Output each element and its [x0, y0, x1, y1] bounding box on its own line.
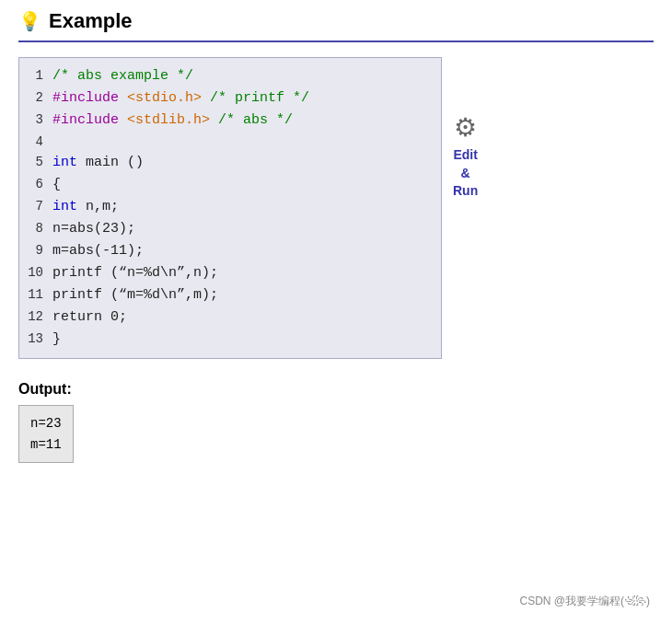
code-line: 6{	[19, 174, 441, 196]
code-editor: 1/* abs example */2#include <stdio.h> /*…	[18, 57, 442, 359]
line-content: /* abs example */	[52, 65, 434, 87]
line-number: 11	[27, 284, 52, 305]
line-content: printf (“m=%d\n”,m);	[52, 284, 434, 306]
code-line: 12 return 0;	[19, 306, 441, 329]
edit-run-label: Edit&Run	[453, 146, 478, 201]
code-token: #include	[52, 112, 127, 128]
line-content: n=abs(23);	[52, 218, 434, 240]
code-line: 7 int n,m;	[19, 196, 441, 218]
code-token: /* printf */	[202, 90, 309, 106]
code-token: int	[52, 199, 77, 214]
code-token: return 0;	[52, 309, 127, 325]
line-number: 4	[27, 132, 52, 152]
code-token: main ()	[77, 155, 144, 170]
code-token: /* abs example */	[52, 68, 193, 84]
code-token: <stdlib.h>	[127, 112, 210, 128]
code-line: 8 n=abs(23);	[19, 218, 441, 240]
line-content: #include <stdlib.h> /* abs */	[52, 110, 434, 132]
line-content: }	[52, 329, 434, 351]
example-section: 1/* abs example */2#include <stdio.h> /*…	[18, 57, 654, 359]
output-line: n=23	[30, 413, 62, 433]
page-title: Example	[49, 9, 133, 33]
code-line: 11 printf (“m=%d\n”,m);	[19, 284, 441, 306]
line-number: 3	[27, 110, 52, 130]
code-token: <stdio.h>	[127, 90, 202, 106]
footer-text: CSDN @我要学编程(꧁꧂)	[519, 594, 650, 609]
code-line: 1/* abs example */	[19, 65, 441, 87]
line-number: 8	[27, 218, 52, 238]
output-label: Output:	[18, 381, 654, 398]
line-content: {	[52, 174, 434, 196]
output-line: m=11	[30, 434, 62, 455]
output-section: Output: n=23m=11	[18, 381, 654, 463]
code-token: /* abs */	[210, 112, 293, 128]
code-line: 10 printf (“n=%d\n”,n);	[19, 262, 441, 284]
code-token: #include	[52, 90, 127, 106]
line-number: 9	[27, 240, 52, 260]
code-line: 2#include <stdio.h> /* printf */	[19, 87, 441, 110]
line-content: #include <stdio.h> /* printf */	[52, 87, 434, 110]
code-line: 3#include <stdlib.h> /* abs */	[19, 110, 441, 132]
code-line: 9 m=abs(-11);	[19, 240, 441, 262]
code-token: {	[52, 177, 61, 192]
line-number: 6	[27, 174, 52, 194]
gear-icon: ⚙	[454, 112, 477, 143]
line-content: printf (“n=%d\n”,n);	[52, 262, 434, 284]
code-token: printf (“m=%d\n”,m);	[52, 287, 218, 303]
line-number: 1	[27, 65, 52, 86]
output-box: n=23m=11	[18, 405, 74, 463]
code-token: m=abs(-11);	[52, 243, 144, 259]
line-number: 7	[27, 196, 52, 216]
code-token: n=abs(23);	[52, 221, 135, 237]
example-header: 💡 Example	[18, 9, 654, 42]
line-content: return 0;	[52, 306, 434, 329]
line-content: int main ()	[52, 152, 434, 174]
code-line: 5int main ()	[19, 152, 441, 174]
code-token: printf (“n=%d\n”,n);	[52, 265, 218, 281]
line-content: m=abs(-11);	[52, 240, 434, 262]
line-number: 12	[27, 306, 52, 327]
line-number: 13	[27, 329, 52, 349]
line-number: 10	[27, 262, 52, 283]
line-number: 5	[27, 152, 52, 172]
line-content: int n,m;	[52, 196, 434, 218]
code-token: int	[52, 155, 77, 170]
code-line: 13}	[19, 329, 441, 351]
code-token: n,m;	[77, 199, 119, 214]
line-number: 2	[27, 87, 52, 108]
bulb-icon: 💡	[18, 10, 41, 32]
code-token: }	[52, 331, 61, 347]
code-line: 4	[19, 132, 441, 152]
edit-run-button[interactable]: ⚙ Edit&Run	[453, 112, 478, 201]
